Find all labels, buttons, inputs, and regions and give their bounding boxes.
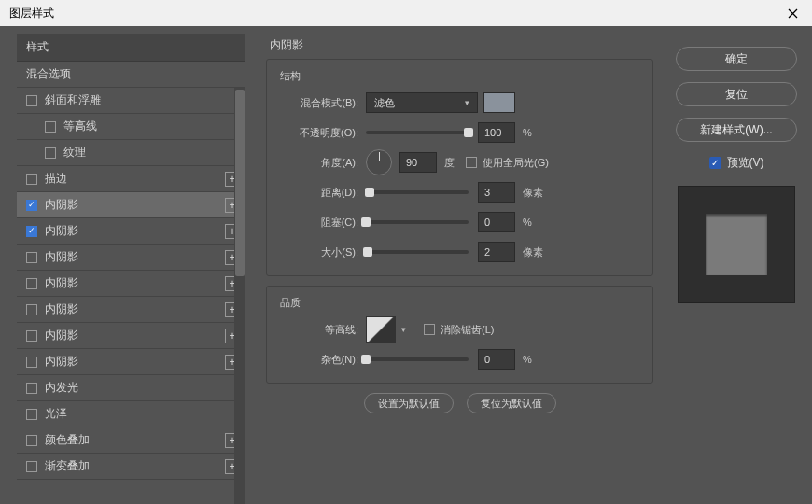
opacity-input[interactable] (478, 122, 515, 143)
list-item[interactable]: 颜色叠加+ (17, 427, 245, 454)
list-item[interactable]: 内阴影+ (17, 218, 245, 245)
effect-checkbox[interactable] (26, 330, 37, 342)
color-swatch[interactable] (483, 92, 515, 113)
list-item[interactable]: 内发光 (17, 375, 245, 401)
titlebar: 图层样式 (0, 0, 812, 26)
list-item[interactable]: 内阴影+ (17, 245, 245, 271)
choke-input[interactable] (478, 212, 515, 232)
size-input[interactable] (478, 242, 515, 262)
size-label: 大小(S): (280, 245, 358, 259)
effect-label: 内阴影 (45, 301, 225, 317)
effect-checkbox[interactable] (45, 121, 56, 133)
distance-slider[interactable] (366, 190, 469, 194)
effect-checkbox[interactable] (26, 278, 37, 289)
effect-label: 内阴影 (45, 249, 225, 265)
angle-label: 角度(A): (280, 156, 358, 170)
effect-label: 等高线 (63, 119, 240, 134)
effect-label: 光泽 (45, 406, 240, 422)
blend-mode-dropdown[interactable]: 滤色 ▾ (366, 92, 478, 113)
effect-checkbox[interactable] (26, 200, 37, 211)
antialias-checkbox[interactable]: 消除锯齿(L) (424, 323, 494, 337)
effect-label: 内发光 (45, 380, 240, 396)
noise-input[interactable] (478, 349, 515, 370)
effect-checkbox[interactable] (26, 409, 37, 420)
set-default-button[interactable]: 设置为默认值 (364, 393, 454, 413)
ok-button[interactable]: 确定 (676, 47, 797, 71)
settings-panel: 内阴影 结构 混合模式(B): 滤色 ▾ 不透明度(O): % (251, 34, 661, 498)
effect-checkbox[interactable] (45, 147, 56, 159)
effect-label: 内阴影 (45, 354, 225, 370)
effect-label: 渐变叠加 (45, 458, 225, 474)
list-item[interactable]: 等高线 (17, 114, 245, 140)
effect-checkbox[interactable] (26, 252, 37, 263)
list-item[interactable]: 内阴影+ (17, 271, 245, 297)
chevron-down-icon[interactable]: ▾ (401, 325, 411, 334)
effect-checkbox[interactable] (26, 226, 37, 237)
effect-checkbox[interactable] (26, 383, 37, 394)
effect-label: 内阴影 (45, 197, 225, 213)
structure-title: 结构 (280, 69, 639, 83)
distance-input[interactable] (478, 182, 515, 203)
list-item[interactable]: 内阴影+ (17, 297, 245, 323)
size-slider[interactable] (366, 250, 469, 254)
choke-slider[interactable] (366, 220, 469, 224)
close-button[interactable] (778, 2, 806, 24)
angle-dial[interactable] (366, 149, 392, 175)
effect-checkbox[interactable] (26, 304, 37, 315)
effect-label: 颜色叠加 (45, 432, 225, 448)
global-light-checkbox[interactable]: 使用全局光(G) (466, 156, 549, 170)
preview-swatch (706, 214, 767, 275)
contour-label: 等高线: (280, 323, 358, 337)
list-item[interactable]: 描边+ (17, 166, 245, 192)
effects-list: 样式 混合选项 斜面和浮雕等高线纹理描边+内阴影+内阴影+内阴影+内阴影+内阴影… (17, 34, 245, 480)
new-style-button[interactable]: 新建样式(W)... (676, 118, 797, 142)
effect-checkbox[interactable] (26, 95, 37, 106)
preview-checkbox[interactable]: ✓预览(V) (709, 155, 764, 171)
angle-input[interactable] (399, 152, 437, 173)
list-header: 样式 (17, 34, 245, 62)
effect-label: 描边 (45, 171, 225, 187)
preview-box (678, 186, 795, 303)
panel-title: 内阴影 (270, 37, 653, 53)
noise-slider[interactable] (366, 357, 469, 361)
choke-label: 阻塞(C): (280, 216, 358, 230)
list-item[interactable]: 内阴影+ (17, 323, 245, 349)
quality-title: 品质 (280, 296, 639, 310)
reset-default-button[interactable]: 复位为默认值 (467, 393, 556, 413)
effect-checkbox[interactable] (26, 357, 37, 368)
list-item[interactable]: 内阴影+ (17, 192, 245, 218)
noise-label: 杂色(N): (280, 353, 358, 367)
effect-label: 内阴影 (45, 328, 225, 343)
opacity-label: 不透明度(O): (280, 126, 358, 140)
cancel-button[interactable]: 复位 (676, 82, 797, 106)
list-item[interactable]: 纹理 (17, 140, 245, 166)
list-item[interactable]: 斜面和浮雕 (17, 88, 245, 114)
distance-label: 距离(D): (280, 186, 358, 200)
effect-checkbox[interactable] (26, 174, 37, 185)
contour-picker[interactable] (366, 316, 396, 343)
effect-checkbox[interactable] (26, 435, 37, 446)
window-title: 图层样式 (9, 6, 54, 21)
blend-mode-label: 混合模式(B): (280, 96, 358, 110)
effect-label: 内阴影 (45, 275, 225, 291)
effect-checkbox[interactable] (26, 461, 37, 472)
chevron-down-icon: ▾ (465, 98, 469, 107)
right-panel: 确定 复位 新建样式(W)... ✓预览(V) (666, 34, 806, 498)
effect-label: 纹理 (63, 145, 240, 161)
scrollbar-thumb[interactable] (235, 90, 245, 276)
quality-group: 品质 等高线: ▾ 消除锯齿(L) 杂色(N): % (266, 286, 653, 384)
scrollbar[interactable] (234, 88, 245, 504)
effect-label: 斜面和浮雕 (45, 92, 240, 108)
close-icon (788, 8, 798, 19)
list-item[interactable]: 内阴影+ (17, 349, 245, 375)
list-item[interactable]: 渐变叠加+ (17, 454, 245, 480)
effect-label: 内阴影 (45, 223, 225, 239)
blending-options-row[interactable]: 混合选项 (17, 62, 245, 88)
opacity-slider[interactable] (366, 131, 469, 134)
list-item[interactable]: 光泽 (17, 401, 245, 427)
structure-group: 结构 混合模式(B): 滤色 ▾ 不透明度(O): % 角度(A) (266, 59, 653, 276)
